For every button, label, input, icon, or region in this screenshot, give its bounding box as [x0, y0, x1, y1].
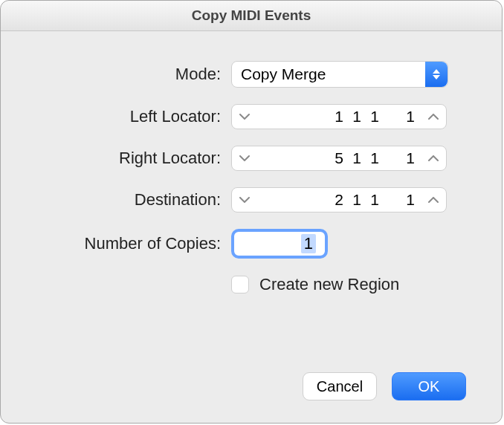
dialog-footer: Cancel OK: [303, 372, 466, 400]
field-left-locator: 1 1 1 1: [231, 104, 447, 129]
destination-div: 1: [364, 191, 379, 209]
right-locator-tick: 1: [400, 149, 415, 167]
field-num-copies: 1: [231, 229, 328, 259]
destination-values: 2 1 1 1: [253, 191, 425, 209]
field-destination: 2 1 1 1: [231, 187, 447, 212]
cancel-button[interactable]: Cancel: [303, 372, 377, 400]
row-create-new-region: Create new Region: [231, 275, 468, 294]
left-locator-tick: 1: [400, 108, 415, 126]
field-right-locator: 5 1 1 1: [231, 146, 447, 171]
dialog-content: Mode: Copy Merge Left Locator:: [1, 31, 502, 294]
label-mode: Mode:: [35, 65, 231, 84]
destination-stepper[interactable]: 2 1 1 1: [231, 187, 447, 212]
label-num-copies: Number of Copies:: [35, 234, 231, 253]
right-locator-values: 5 1 1 1: [253, 149, 425, 167]
destination-tick: 1: [400, 191, 415, 209]
mode-popup[interactable]: Copy Merge: [231, 61, 448, 88]
label-right-locator: Right Locator:: [35, 149, 231, 168]
chevron-up-icon[interactable]: [425, 188, 442, 212]
num-copies-input[interactable]: 1: [231, 229, 328, 259]
ok-button[interactable]: OK: [392, 372, 466, 400]
label-create-new-region: Create new Region: [259, 275, 399, 294]
left-locator-values: 1 1 1 1: [253, 108, 425, 126]
cancel-button-label: Cancel: [317, 378, 363, 395]
field-mode: Copy Merge: [231, 61, 448, 88]
left-locator-bar: 1: [329, 108, 343, 126]
destination-beat: 1: [346, 191, 361, 209]
left-locator-div: 1: [364, 108, 379, 126]
right-locator-bar: 5: [329, 149, 343, 167]
row-num-copies: Number of Copies: 1: [35, 229, 468, 259]
destination-bar: 2: [329, 191, 343, 209]
row-right-locator: Right Locator: 5 1 1 1: [35, 146, 468, 171]
ok-button-label: OK: [419, 378, 440, 395]
popup-arrows-icon: [425, 62, 448, 87]
left-locator-beat: 1: [346, 108, 361, 126]
right-locator-stepper[interactable]: 5 1 1 1: [231, 146, 447, 171]
right-locator-beat: 1: [346, 149, 361, 167]
right-locator-div: 1: [364, 149, 379, 167]
mode-selected: Copy Merge: [232, 65, 425, 83]
chevron-up-icon[interactable]: [425, 146, 442, 170]
row-destination: Destination: 2 1 1 1: [35, 187, 468, 212]
label-left-locator: Left Locator:: [35, 107, 231, 126]
num-copies-value: 1: [301, 234, 316, 253]
row-mode: Mode: Copy Merge: [35, 61, 468, 88]
titlebar: Copy MIDI Events: [1, 1, 502, 31]
left-locator-stepper[interactable]: 1 1 1 1: [231, 104, 447, 129]
chevron-down-icon[interactable]: [236, 146, 253, 170]
chevron-down-icon[interactable]: [236, 188, 253, 212]
create-new-region-checkbox[interactable]: [231, 276, 249, 293]
chevron-up-icon[interactable]: [425, 105, 442, 129]
label-destination: Destination:: [35, 190, 231, 210]
dialog-title: Copy MIDI Events: [192, 7, 311, 24]
row-left-locator: Left Locator: 1 1 1 1: [35, 104, 468, 129]
dialog-copy-midi-events: Copy MIDI Events Mode: Copy Merge Left L…: [0, 0, 503, 424]
chevron-down-icon[interactable]: [236, 105, 253, 129]
